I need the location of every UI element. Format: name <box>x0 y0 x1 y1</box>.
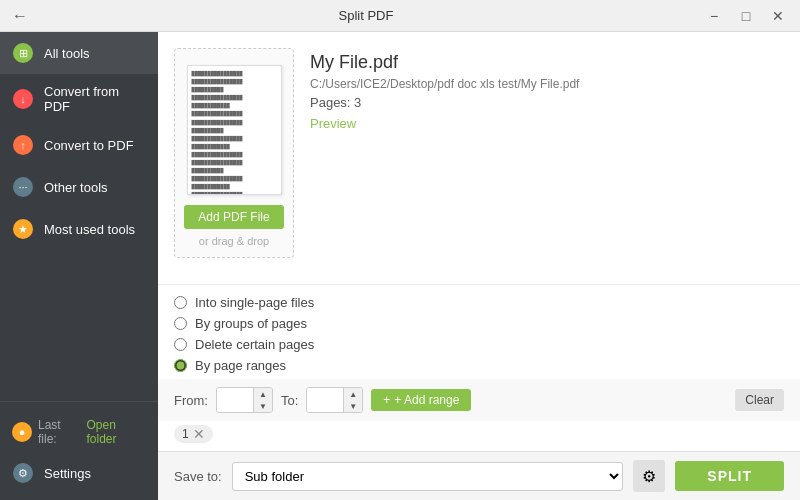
preview-link[interactable]: Preview <box>310 116 356 131</box>
app-body: ⊞ All tools ↓ Convert from PDF ↑ Convert… <box>0 32 800 500</box>
sidebar-label-convert-to-pdf: Convert to PDF <box>44 138 134 153</box>
maximize-button[interactable]: □ <box>732 5 760 27</box>
from-input-wrap: ▲ ▼ <box>216 387 273 413</box>
minimize-button[interactable]: − <box>700 5 728 27</box>
option-delete-certain[interactable]: Delete certain pages <box>174 337 784 352</box>
file-info: My File.pdf C:/Users/ICE2/Desktop/pdf do… <box>310 48 784 268</box>
file-path: C:/Users/ICE2/Desktop/pdf doc xls test/M… <box>310 77 784 91</box>
option-by-ranges-label: By page ranges <box>195 358 286 373</box>
sidebar-item-convert-to-pdf[interactable]: ↑ Convert to PDF <box>0 124 158 166</box>
option-single-page-label: Into single-page files <box>195 295 314 310</box>
radio-delete-certain[interactable] <box>174 338 187 351</box>
option-by-groups-label: By groups of pages <box>195 316 307 331</box>
back-button[interactable]: ← <box>8 4 32 28</box>
sidebar-item-most-used[interactable]: ★ Most used tools <box>0 208 158 250</box>
to-spinner-up[interactable]: ▲ <box>344 388 362 400</box>
pdf-thumbnail: ████████████████ ████████████████ ██████… <box>187 65 282 195</box>
sidebar-item-other-tools[interactable]: ··· Other tools <box>0 166 158 208</box>
option-by-ranges[interactable]: By page ranges <box>174 358 784 373</box>
dots-icon: ··· <box>12 176 34 198</box>
to-label: To: <box>281 393 298 408</box>
sidebar-label-other-tools: Other tools <box>44 180 108 195</box>
add-range-button[interactable]: + + Add range <box>371 389 471 411</box>
window-controls: − □ ✕ <box>700 5 792 27</box>
option-by-groups[interactable]: By groups of pages <box>174 316 784 331</box>
grid-icon: ⊞ <box>12 42 34 64</box>
last-file-section: ● Last file: Open folder <box>0 410 158 454</box>
star-icon: ★ <box>12 218 34 240</box>
last-file-icon: ● <box>12 422 32 442</box>
gear-icon: ⚙ <box>642 467 656 486</box>
last-file-label: Last file: <box>38 418 80 446</box>
option-delete-certain-label: Delete certain pages <box>195 337 314 352</box>
settings-icon: ⚙ <box>12 462 34 484</box>
radio-by-groups[interactable] <box>174 317 187 330</box>
settings-item[interactable]: ⚙ Settings <box>0 454 158 492</box>
file-area: ████████████████ ████████████████ ██████… <box>158 32 800 284</box>
add-range-label: + Add range <box>394 393 459 407</box>
sidebar-item-all-tools[interactable]: ⊞ All tools <box>0 32 158 74</box>
title-bar-title: Split PDF <box>32 8 700 23</box>
clear-button[interactable]: Clear <box>735 389 784 411</box>
to-input[interactable] <box>307 388 343 412</box>
gear-button[interactable]: ⚙ <box>633 460 665 492</box>
file-name: My File.pdf <box>310 52 784 73</box>
to-spinner-down[interactable]: ▼ <box>344 400 362 412</box>
range-tag-remove[interactable]: ✕ <box>193 427 205 441</box>
from-spinner: ▲ ▼ <box>253 388 272 412</box>
from-label: From: <box>174 393 208 408</box>
close-button[interactable]: ✕ <box>764 5 792 27</box>
drop-zone[interactable]: ████████████████ ████████████████ ██████… <box>174 48 294 258</box>
range-tags: 1 ✕ <box>158 421 800 451</box>
sidebar-label-all-tools: All tools <box>44 46 90 61</box>
from-spinner-up[interactable]: ▲ <box>254 388 272 400</box>
range-tag-value: 1 <box>182 427 189 441</box>
split-options: Into single-page files By groups of page… <box>158 284 800 379</box>
title-bar: ← Split PDF − □ ✕ <box>0 0 800 32</box>
add-range-icon: + <box>383 393 390 407</box>
arrow-up-icon: ↑ <box>12 134 34 156</box>
save-to-select[interactable]: Sub folder Same folder Choose folder <box>232 462 624 491</box>
to-spinner: ▲ ▼ <box>343 388 362 412</box>
range-tag: 1 ✕ <box>174 425 213 443</box>
from-spinner-down[interactable]: ▼ <box>254 400 272 412</box>
add-pdf-button[interactable]: Add PDF File <box>184 205 283 229</box>
split-button[interactable]: SPLIT <box>675 461 784 491</box>
content-area: ████████████████ ████████████████ ██████… <box>158 32 800 500</box>
sidebar-item-convert-from-pdf[interactable]: ↓ Convert from PDF <box>0 74 158 124</box>
arrow-down-icon: ↓ <box>12 88 34 110</box>
save-to-label: Save to: <box>174 469 222 484</box>
open-folder-link[interactable]: Open folder <box>86 418 146 446</box>
radio-by-ranges[interactable] <box>174 359 187 372</box>
save-bar: Save to: Sub folder Same folder Choose f… <box>158 451 800 500</box>
to-input-wrap: ▲ ▼ <box>306 387 363 413</box>
file-pages: Pages: 3 <box>310 95 784 110</box>
from-input[interactable] <box>217 388 253 412</box>
drag-drop-text: or drag & drop <box>199 235 269 247</box>
range-controls: From: ▲ ▼ To: ▲ ▼ + + Add range Clea <box>158 379 800 421</box>
sidebar-label-most-used: Most used tools <box>44 222 135 237</box>
sidebar-bottom: ● Last file: Open folder ⚙ Settings <box>0 401 158 500</box>
option-single-page[interactable]: Into single-page files <box>174 295 784 310</box>
sidebar-label-convert-from-pdf: Convert from PDF <box>44 84 146 114</box>
radio-single-page[interactable] <box>174 296 187 309</box>
sidebar: ⊞ All tools ↓ Convert from PDF ↑ Convert… <box>0 32 158 500</box>
settings-label: Settings <box>44 466 91 481</box>
